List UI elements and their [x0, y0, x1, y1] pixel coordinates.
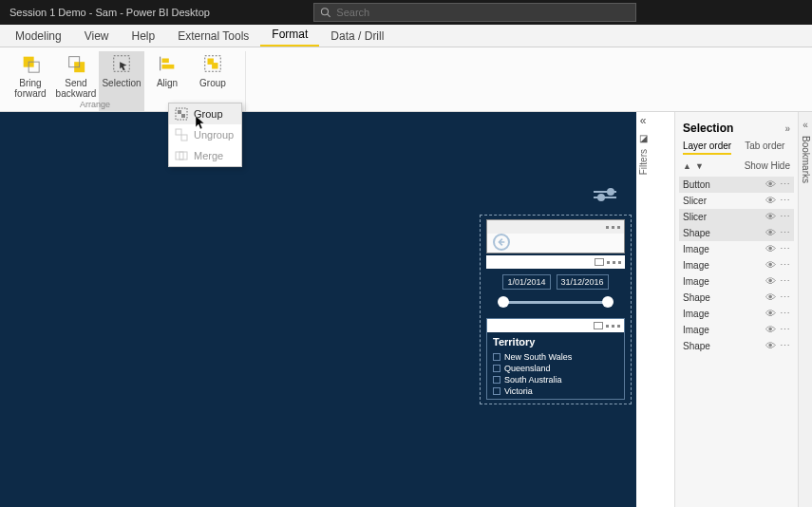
move-up-icon[interactable]: ▲ [683, 161, 691, 171]
tab-layer-order[interactable]: Layer order [683, 141, 731, 155]
tab-modeling[interactable]: Modeling [4, 26, 73, 47]
visibility-toggle[interactable]: 👁⋯ [765, 211, 790, 223]
tab-external-tools[interactable]: External Tools [166, 26, 260, 47]
eye-icon[interactable]: 👁 [765, 275, 776, 288]
selection-list-item[interactable]: Image👁⋯ [679, 306, 794, 322]
selection-list-item[interactable]: Image👁⋯ [679, 257, 794, 273]
checkbox-icon[interactable] [493, 376, 500, 384]
more-icon[interactable]: ⋯ [780, 291, 790, 304]
eye-icon[interactable]: 👁 [765, 340, 776, 352]
date-start[interactable]: 1/01/2014 [502, 274, 550, 290]
selection-list-item[interactable]: Shape👁⋯ [679, 338, 794, 354]
visibility-toggle[interactable]: 👁⋯ [765, 291, 790, 304]
more-icon[interactable]: ⋯ [780, 340, 790, 352]
chevron-left-icon[interactable]: « [803, 120, 808, 130]
more-icon[interactable]: ⋯ [780, 195, 790, 207]
visibility-toggle[interactable]: 👁⋯ [765, 308, 790, 320]
eye-icon[interactable]: 👁 [765, 259, 776, 272]
more-icon[interactable]: ⋯ [780, 324, 790, 336]
eye-icon[interactable]: 👁 [765, 227, 776, 239]
ungroup-menu-icon [175, 128, 188, 141]
selection-list-item[interactable]: Shape👁⋯ [679, 290, 794, 306]
more-icon[interactable]: ⋯ [780, 308, 790, 320]
visibility-toggle[interactable]: 👁⋯ [765, 259, 790, 272]
selection-list-item[interactable]: Image👁⋯ [679, 241, 794, 257]
chevron-left-icon[interactable]: « [640, 114, 647, 127]
hide-button[interactable]: Hide [770, 160, 790, 171]
slider-handle-start[interactable] [498, 296, 509, 308]
expand-icon[interactable]: » [784, 123, 790, 134]
visibility-toggle[interactable]: 👁⋯ [765, 243, 790, 255]
group-menu-icon [175, 107, 188, 121]
visibility-toggle[interactable]: 👁⋯ [765, 340, 790, 352]
selection-list-item[interactable]: Shape👁⋯ [679, 225, 794, 241]
tab-help[interactable]: Help [121, 26, 167, 47]
more-icon[interactable]: ⋯ [780, 178, 790, 191]
visual-back-button[interactable] [486, 219, 625, 254]
territory-option[interactable]: Queensland [487, 363, 624, 374]
ribbon-group-label: Arrange [0, 100, 190, 109]
territory-option[interactable]: Victoria [487, 385, 624, 397]
show-button[interactable]: Show [745, 160, 768, 171]
group-icon [202, 53, 223, 74]
date-slider[interactable] [492, 295, 619, 312]
eye-icon[interactable]: 👁 [765, 308, 776, 320]
selection-list-item[interactable]: Slicer👁⋯ [679, 209, 794, 225]
toggle-line [594, 191, 616, 193]
move-down-icon[interactable]: ▼ [695, 161, 704, 171]
selection-list-item[interactable]: Image👁⋯ [679, 273, 794, 290]
search-input[interactable] [336, 7, 630, 18]
eye-icon[interactable]: 👁 [765, 243, 776, 255]
selection-list-item[interactable]: Slicer👁⋯ [679, 193, 794, 209]
filter-icon[interactable] [595, 258, 604, 266]
tab-data-drill[interactable]: Data / Drill [319, 26, 395, 47]
visibility-toggle[interactable]: 👁⋯ [765, 178, 790, 191]
selection-list-item[interactable]: Image👁⋯ [679, 322, 794, 338]
eye-icon[interactable]: 👁 [765, 211, 776, 223]
more-icon[interactable]: ⋯ [780, 243, 790, 255]
search-box[interactable] [313, 3, 636, 22]
selection-pane: Selection » Layer order Tab order ▲ ▼ Sh… [674, 112, 798, 507]
more-icon[interactable]: ⋯ [780, 211, 790, 223]
eye-icon[interactable]: 👁 [765, 291, 776, 304]
visibility-toggle[interactable]: 👁⋯ [765, 195, 790, 207]
checkbox-icon[interactable] [493, 353, 500, 361]
selected-visuals-group[interactable]: 1/01/2014 31/12/2016 Territory New South… [480, 215, 632, 404]
filter-icon[interactable] [594, 322, 603, 329]
filter-toggle-button[interactable] [591, 185, 619, 204]
eye-icon[interactable]: 👁 [765, 195, 776, 207]
selection-list-item[interactable]: Button👁⋯ [679, 177, 794, 193]
more-icon[interactable] [606, 226, 609, 229]
more-icon[interactable] [607, 261, 610, 264]
slider-handle-end[interactable] [602, 296, 614, 308]
selection-icon [111, 53, 132, 74]
filters-pane-collapsed[interactable]: « ◪ Filters [635, 114, 651, 175]
date-slicer-visual[interactable]: 1/01/2014 31/12/2016 [486, 255, 625, 318]
territory-option[interactable]: South Australia [487, 374, 624, 385]
more-icon[interactable]: ⋯ [780, 275, 790, 288]
bring-forward-icon [20, 53, 41, 74]
back-arrow-icon[interactable] [493, 234, 510, 251]
more-icon[interactable]: ⋯ [780, 227, 790, 239]
visibility-toggle[interactable]: 👁⋯ [765, 227, 790, 239]
checkbox-icon[interactable] [493, 387, 500, 395]
territory-slicer-visual[interactable]: Territory New South Wales Queensland Sou… [486, 318, 625, 400]
bookmarks-pane-collapsed[interactable]: « Bookmarks [798, 112, 812, 507]
visibility-toggle[interactable]: 👁⋯ [765, 275, 790, 288]
territory-option[interactable]: New South Wales [487, 351, 624, 363]
date-end[interactable]: 31/12/2016 [557, 274, 609, 290]
eye-icon[interactable]: 👁 [765, 324, 776, 336]
search-icon [320, 7, 330, 18]
visibility-toggle[interactable]: 👁⋯ [765, 324, 790, 336]
tab-view[interactable]: View [73, 26, 121, 47]
tab-format[interactable]: Format [260, 24, 319, 47]
visual-header [486, 255, 625, 269]
territory-title: Territory [487, 332, 624, 351]
svg-rect-9 [162, 65, 175, 69]
tab-tab-order[interactable]: Tab order [745, 141, 784, 155]
selection-item-label: Image [683, 309, 709, 319]
eye-icon[interactable]: 👁 [765, 178, 776, 191]
checkbox-icon[interactable] [493, 365, 500, 372]
more-icon[interactable]: ⋯ [780, 259, 790, 272]
more-icon[interactable] [606, 325, 609, 328]
